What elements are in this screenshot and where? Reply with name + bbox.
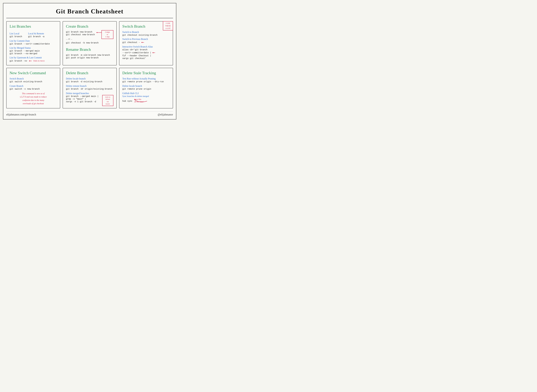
footer-left: elijahmanor.com/git-branch xyxy=(6,113,36,116)
delete-remote-section: Delete remote branch git branch -dr orig… xyxy=(66,85,113,90)
rename-code-1: git branch -m old-branch new-branch xyxy=(66,54,113,56)
stale-local-heading: Delete locale branch xyxy=(122,85,170,87)
switch-prev-section: Switch to Previous Branch git checkout - xyxy=(122,38,170,44)
create-steps-wrap: git branch new-branch git checkout new-b… xyxy=(66,31,113,36)
hub-sync-row: hub sync I use thisall the time! xyxy=(122,98,170,104)
list-remote-heading: Local & Remote xyxy=(28,32,44,35)
new-switch-branch-heading: Switch Branch xyxy=(9,77,57,80)
upstream-code: git branch -vv xyxy=(9,60,27,62)
rename-code-2: git push origin new-branch xyxy=(66,57,113,59)
prev-arrow-icon xyxy=(141,41,144,44)
card-delete-branch: Delete Branch Delete locale branch git b… xyxy=(63,68,117,108)
list-local-section: List Local git branch Local & Remote git… xyxy=(9,31,57,38)
steps-arrow-icon xyxy=(96,31,102,36)
hub-cli-heading: GitHub Hub CLI xyxy=(122,92,170,95)
delete-local-section: Delete locale branch git branch -d exist… xyxy=(66,77,113,83)
alias-code-1: alias cb='git branch xyxy=(122,49,170,51)
alias-code-4: xargs git checkout' xyxy=(122,57,170,60)
dry-run-code: git remote prune origin --dry-run xyxy=(122,80,170,83)
hub-sync-note: I use thisall the time! xyxy=(134,98,144,103)
new-switch-branch-section: Switch Branch git switch existing-branch xyxy=(9,77,57,83)
card-create-branch: Create Branch git branch new-branch git … xyxy=(63,21,117,65)
alias-code-2: --sort=-committerdate | xyxy=(122,51,151,54)
steps-annotation-box: 2 stepsor1 step xyxy=(101,30,113,39)
hub-cli-subheading: Sync branches & delete merged xyxy=(122,95,170,98)
switch-to-code: git checkout existing-branch xyxy=(122,34,170,36)
list-remote-right: Local & Remote git branch -a xyxy=(28,31,44,38)
alias-code-3: fzf --header Checkout | xyxy=(122,55,170,57)
upstream-heading: List by Upstream & Last Commit xyxy=(9,56,57,59)
i-use-these-box: I USETHESEA LOT xyxy=(163,21,173,30)
switch-prev-heading: Switch to Previous Branch xyxy=(122,38,170,41)
dry-run-heading: Test Run without Actually Pruning xyxy=(122,77,170,80)
delete-remote-heading: Delete remote branch xyxy=(66,85,113,87)
rename-section: Rename Branch git branch -m old-branch n… xyxy=(66,47,113,59)
delete-merged-section: Delete merged branches git branch --merg… xyxy=(66,92,113,103)
alias-code-2-row: --sort=-committerdate | xyxy=(122,51,170,54)
alias-arrow-icon xyxy=(152,51,155,54)
upstream-code-row: git branch -vv THIS IS NICE xyxy=(9,59,57,62)
interactive-switch-section: Interactive Switch Branch Alias alias cb… xyxy=(122,45,170,60)
dry-run-section: Test Run without Actually Pruning git re… xyxy=(122,77,170,83)
svg-marker-1 xyxy=(29,60,30,61)
footer: elijahmanor.com/git-branch @elijahmanor xyxy=(6,111,173,116)
card-list-branches: List Branches List Local git branch Loca… xyxy=(6,21,60,65)
switch-to-section: Switch to Branch git checkout existing-b… xyxy=(122,31,170,36)
list-branches-title: List Branches xyxy=(9,24,57,29)
delete-local-code: git branch -d existing-branch xyxy=(66,80,113,83)
card-switch-branch: I USETHESEA LOT Switch Branch Switch to … xyxy=(119,21,173,65)
list-local-code: git branch xyxy=(9,35,22,38)
commit-date-code: git branch --sort=-committerdate xyxy=(9,43,57,45)
list-local-left: List Local git branch xyxy=(9,31,22,38)
main-default-box: main asdefaultnotmaster xyxy=(102,95,113,106)
hub-cli-section: GitHub Hub CLI Sync branches & delete me… xyxy=(122,92,170,104)
list-remote-code: git branch -a xyxy=(28,35,44,38)
footer-right: @elijahmanor xyxy=(158,113,173,116)
hub-sync-code: hub sync xyxy=(122,100,132,102)
page: Git Branch Cheatsheet List Branches List… xyxy=(3,3,176,119)
delete-remote-code: git branch -dr origin/existing-branch xyxy=(66,88,113,90)
delete-merged-heading: Delete merged branches xyxy=(66,92,113,95)
merged-main-code: git branch --merged main xyxy=(9,50,57,52)
title-section: Git Branch Cheatsheet xyxy=(6,6,173,18)
new-switch-create-section: Create Branch git switch -c new-branch xyxy=(9,85,57,90)
create-branch-title: Create Branch xyxy=(66,24,113,29)
new-switch-create-code: git switch -c new-branch xyxy=(9,88,57,90)
interactive-switch-heading: Interactive Switch Branch Alias xyxy=(122,45,170,48)
merged-status-heading: List by Merged Status xyxy=(9,47,57,49)
arrow-left-icon xyxy=(28,60,32,62)
list-local-heading: List Local xyxy=(9,32,22,35)
commit-date-heading: List by Commit Date xyxy=(9,40,57,42)
new-switch-create-heading: Create Branch xyxy=(9,85,57,87)
delete-stale-title: Delete Stale Tracking xyxy=(122,71,170,75)
merged-status-section: List by Merged Status git branch --merge… xyxy=(9,47,57,55)
switch-prev-code: git checkout - xyxy=(122,41,140,44)
delete-local-heading: Delete locale branch xyxy=(66,77,113,80)
svg-marker-5 xyxy=(141,42,142,43)
card-delete-stale: Delete Stale Tracking Test Run without A… xyxy=(119,68,173,108)
svg-marker-7 xyxy=(152,52,153,53)
no-merged-code: git branch --no-merged xyxy=(9,52,57,55)
stale-local-section: Delete locale branch git remote prune or… xyxy=(122,85,170,90)
upstream-section: List by Upstream & Last Commit git branc… xyxy=(9,56,57,62)
delete-branch-title: Delete Branch xyxy=(66,71,113,75)
switch-to-heading: Switch to Branch xyxy=(122,31,170,33)
new-switch-note: This command is new as of v2.27.0 and wa… xyxy=(9,92,57,105)
create-code-3: git checkout -b new-branch xyxy=(66,42,113,44)
svg-marker-3 xyxy=(96,32,97,33)
commit-date-section: List by Commit Date git branch --sort=-c… xyxy=(9,40,57,45)
stale-local-code: git remote prune origin xyxy=(122,88,170,90)
new-switch-branch-code: git switch existing-branch xyxy=(9,80,57,83)
new-switch-title: New Switch Command xyxy=(9,71,57,75)
switch-prev-code-row: git checkout - xyxy=(122,41,170,44)
switch-branch-title: Switch Branch xyxy=(122,24,170,29)
card-new-switch: New Switch Command Switch Branch git swi… xyxy=(6,68,60,108)
rename-branch-title: Rename Branch xyxy=(66,47,113,52)
this-is-nice-label: THIS IS NICE xyxy=(33,60,45,62)
main-grid: List Branches List Local git branch Loca… xyxy=(6,21,173,108)
page-title: Git Branch Cheatsheet xyxy=(6,8,173,15)
